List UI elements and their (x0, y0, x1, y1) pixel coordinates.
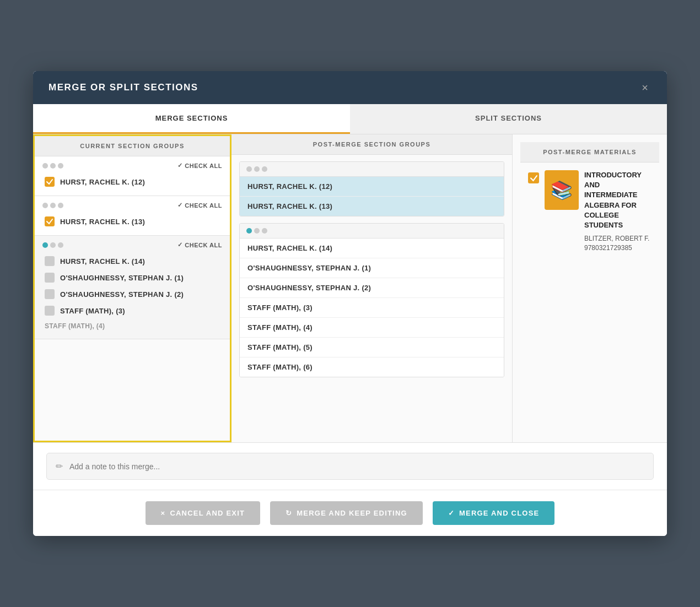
tabs-row: MERGE SECTIONS SPLIT SECTIONS (33, 104, 667, 134)
pm-dot-5 (254, 228, 260, 234)
dot-8 (50, 242, 56, 248)
dot-3 (58, 163, 63, 169)
section-group-2-header: ✓ CHECK ALL (42, 202, 222, 209)
section-label-group3-item2: O'SHAUGHNESSY, STEPHAN J. (1) (60, 274, 184, 282)
section-group-3-header: ✓ CHECK ALL (42, 241, 222, 248)
postmerge-item-2-3[interactable]: O'SHAUGHNESSY, STEPHAN J. (2) (240, 278, 504, 298)
section-item: HURST, RACHEL K. (12) (42, 174, 222, 190)
pm-dot-4 (246, 228, 252, 234)
merge-close-icon: ✓ (448, 509, 455, 517)
section-label-group2-item1: HURST, RACHEL K. (13) (60, 218, 145, 226)
check-all-group-3[interactable]: ✓ CHECK ALL (177, 241, 222, 248)
col-materials: POST-MERGE MATERIALS 📚 INTRODUCTORY AND … (513, 134, 667, 442)
modal: MERGE OR SPLIT SECTIONS × MERGE SECTIONS… (33, 71, 667, 536)
merge-and-keep-editing-button[interactable]: ↻ MERGE AND KEEP EDITING (270, 501, 423, 525)
checkbox-group3-item2[interactable] (45, 273, 55, 283)
postmerge-item-2-1[interactable]: HURST, RACHEL K. (14) (240, 239, 504, 258)
section-label-group1-item1: HURST, RACHEL K. (12) (60, 178, 145, 186)
columns-area: CURRENT SECTION GROUPS ✓ CHECK ALL (33, 134, 667, 443)
postmerge-group-1-header (240, 162, 504, 177)
postmerge-item-1-1[interactable]: HURST, RACHEL K. (12) (240, 177, 504, 197)
keep-editing-label: MERGE AND KEEP EDITING (297, 509, 407, 517)
merge-close-label: MERGE AND CLOSE (459, 509, 539, 517)
pm-dot-1 (246, 166, 252, 172)
section-label-group3-item4: STAFF (MATH), (3) (60, 307, 125, 315)
tab-split-sections[interactable]: SPLIT SECTIONS (350, 104, 667, 134)
book-thumbnail: 📚 (545, 170, 579, 210)
dot-9 (58, 242, 63, 248)
section-group-1: ✓ CHECK ALL HURST, RACHEL K. (12) (35, 156, 230, 196)
dot-7 (42, 242, 48, 248)
checkbox-group2-item1[interactable] (45, 216, 55, 226)
modal-body: CURRENT SECTION GROUPS ✓ CHECK ALL (33, 134, 667, 480)
section-label-group3-item3: O'SHAUGHNESSY, STEPHAN J. (2) (60, 290, 184, 299)
dots-group-2 (42, 203, 63, 208)
modal-footer: × CANCEL AND EXIT ↻ MERGE AND KEEP EDITI… (33, 490, 667, 536)
dot-2 (50, 163, 56, 169)
book-info: INTRODUCTORY AND INTERMEDIATE ALGEBRA FO… (584, 170, 651, 252)
dots-group-3 (42, 242, 63, 248)
cancel-icon: × (161, 509, 166, 517)
keep-editing-icon: ↻ (286, 509, 292, 517)
postmerge-item-2-2[interactable]: O'SHAUGHNESSY, STEPHAN J. (1) (240, 258, 504, 278)
section-item-g3-3: O'SHAUGHNESSY, STEPHAN J. (2) (42, 286, 222, 302)
postmerge-col-header: POST-MERGE SECTION GROUPS (231, 134, 512, 155)
postmerge-item-2-6[interactable]: STAFF (MATH), (5) (240, 338, 504, 357)
cancel-label: CANCEL AND EXIT (170, 509, 245, 517)
postmerge-group-2: HURST, RACHEL K. (14) O'SHAUGHNESSY, STE… (239, 223, 504, 377)
dot-5 (50, 203, 56, 208)
materials-col-header: POST-MERGE MATERIALS (520, 142, 659, 162)
checkbox-group1-item1[interactable] (45, 177, 55, 187)
modal-header: MERGE OR SPLIT SECTIONS × (33, 71, 667, 104)
pm-dot-3 (262, 166, 267, 172)
pm-dot-6 (262, 228, 267, 234)
book-title: INTRODUCTORY AND INTERMEDIATE ALGEBRA FO… (584, 170, 651, 230)
book-isbn: 9780321729385 (584, 244, 651, 252)
pencil-icon: ✏ (56, 461, 63, 471)
dot-6 (58, 203, 63, 208)
dot-1 (42, 163, 48, 169)
section-item-g3-5-truncated: STAFF (MATH), (4) (42, 319, 222, 333)
modal-overlay: MERGE OR SPLIT SECTIONS × MERGE SECTIONS… (0, 0, 700, 607)
tab-merge-sections[interactable]: MERGE SECTIONS (33, 104, 350, 134)
section-label-group3-item1: HURST, RACHEL K. (14) (60, 257, 145, 265)
note-input[interactable] (69, 462, 644, 471)
note-area: ✏ (46, 453, 654, 480)
check-all-group-1[interactable]: ✓ CHECK ALL (177, 162, 222, 169)
section-item-g3-4: STAFF (MATH), (3) (42, 302, 222, 319)
postmerge-group-2-header (240, 224, 504, 239)
checkbox-group3-item4[interactable] (45, 306, 55, 316)
section-item-g3-2: O'SHAUGHNESSY, STEPHAN J. (1) (42, 269, 222, 286)
postmerge-item-2-5[interactable]: STAFF (MATH), (4) (240, 318, 504, 338)
material-checkbox-1[interactable] (528, 172, 539, 183)
modal-title: MERGE OR SPLIT SECTIONS (49, 82, 198, 93)
cancel-and-exit-button[interactable]: × CANCEL AND EXIT (146, 501, 261, 525)
book-author: BLITZER, ROBERT F. (584, 235, 651, 242)
postmerge-group-1: HURST, RACHEL K. (12) HURST, RACHEL K. (… (239, 161, 504, 216)
pm-dot-2 (254, 166, 260, 172)
checkbox-group3-item1[interactable] (45, 256, 55, 266)
section-item-g2: HURST, RACHEL K. (13) (42, 213, 222, 230)
section-group-2: ✓ CHECK ALL HURST, RACHEL K. (13) (35, 196, 230, 236)
dot-4 (42, 203, 48, 208)
section-item-g3-1: HURST, RACHEL K. (14) (42, 253, 222, 269)
current-col-header: CURRENT SECTION GROUPS (35, 136, 230, 156)
postmerge-item-1-2[interactable]: HURST, RACHEL K. (13) (240, 197, 504, 216)
postmerge-item-2-7[interactable]: STAFF (MATH), (6) (240, 357, 504, 377)
material-item-1: 📚 INTRODUCTORY AND INTERMEDIATE ALGEBRA … (528, 170, 651, 252)
check-all-group-2[interactable]: ✓ CHECK ALL (177, 202, 222, 209)
merge-and-close-button[interactable]: ✓ MERGE AND CLOSE (433, 501, 555, 525)
checkbox-group3-item3[interactable] (45, 289, 55, 299)
section-group-3: ✓ CHECK ALL HURST, RACHEL K. (14) O'SHAU… (35, 236, 230, 339)
section-group-1-header: ✓ CHECK ALL (42, 162, 222, 169)
dots-group-1 (42, 163, 63, 169)
close-button[interactable]: × (638, 81, 651, 94)
col-postmerge-section-groups: POST-MERGE SECTION GROUPS HURST, RACHEL … (231, 134, 513, 442)
postmerge-item-2-4[interactable]: STAFF (MATH), (3) (240, 298, 504, 318)
col-current-section-groups: CURRENT SECTION GROUPS ✓ CHECK ALL (33, 134, 231, 442)
